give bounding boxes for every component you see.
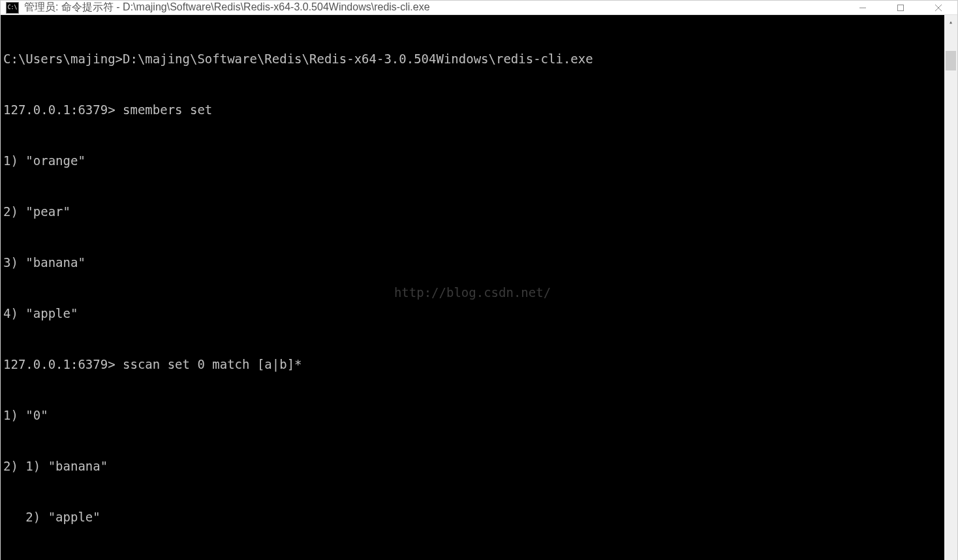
window-controls <box>844 1 957 14</box>
terminal-content[interactable]: C:\Users\majing>D:\majing\Software\Redis… <box>1 15 944 560</box>
scrollbar-up-arrow-icon[interactable]: ▴ <box>944 15 957 28</box>
minimize-button[interactable] <box>844 1 882 14</box>
terminal-line: 1) "0" <box>3 407 942 424</box>
maximize-button[interactable] <box>882 1 919 14</box>
scrollbar-thumb[interactable] <box>946 51 956 70</box>
watermark-text: http://blog.csdn.net/ <box>394 284 551 301</box>
terminal-area: C:\Users\majing>D:\majing\Software\Redis… <box>1 15 957 560</box>
cmd-icon-text: C:\ <box>8 5 17 10</box>
svg-rect-1 <box>898 5 904 10</box>
scrollbar-track[interactable] <box>944 28 957 560</box>
window-title: 管理员: 命令提示符 - D:\majing\Software\Redis\Re… <box>24 1 844 14</box>
terminal-line: 3) "banana" <box>3 254 942 271</box>
cmd-icon: C:\ <box>6 2 19 14</box>
terminal-line: C:\Users\majing>D:\majing\Software\Redis… <box>3 50 942 67</box>
terminal-line: 2) 1) "banana" <box>3 458 942 474</box>
terminal-line: 127.0.0.1:6379> smembers set <box>3 101 942 118</box>
terminal-line: 2) "apple" <box>3 508 942 525</box>
terminal-line: 4) "apple" <box>3 305 942 322</box>
cmd-window: C:\ 管理员: 命令提示符 - D:\majing\Software\Redi… <box>0 0 958 560</box>
titlebar[interactable]: C:\ 管理员: 命令提示符 - D:\majing\Software\Redi… <box>1 1 957 15</box>
close-button[interactable] <box>919 1 957 14</box>
terminal-line: 2) "pear" <box>3 203 942 220</box>
terminal-line: 1) "orange" <box>3 152 942 169</box>
vertical-scrollbar[interactable]: ▴ ▾ <box>944 15 957 560</box>
terminal-line: 127.0.0.1:6379> sscan set 0 match [a|b]* <box>3 356 942 373</box>
